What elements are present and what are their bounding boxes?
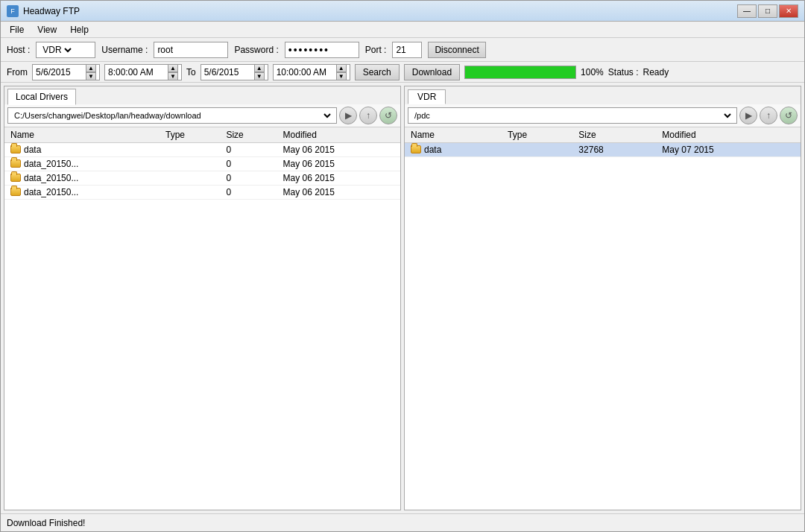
to-time-up[interactable]: ▲ (336, 64, 347, 72)
from-time-down[interactable]: ▼ (168, 72, 178, 80)
to-time-down[interactable]: ▼ (336, 72, 347, 80)
remote-path-bar: /pdc ▶ ↑ ↺ (405, 104, 801, 127)
remote-path-combo[interactable]: /pdc (408, 107, 737, 124)
titlebar-buttons: — □ ✕ (737, 4, 798, 18)
local-path-select[interactable]: C:/Users/changwei/Desktop/lan/headway/do… (11, 108, 333, 123)
local-file-name: data (4, 143, 160, 157)
local-col-type: Type (160, 127, 220, 143)
local-file-modified: May 06 2015 (277, 157, 400, 171)
progress-bar-fill (465, 66, 575, 78)
local-file-type (160, 171, 220, 186)
local-file-row[interactable]: data_20150... 0 May 06 2015 (4, 171, 400, 186)
from-date-field[interactable] (36, 67, 84, 77)
minimize-button[interactable]: — (737, 4, 757, 18)
host-combo[interactable]: VDR (36, 42, 95, 58)
remote-pane: VDR /pdc ▶ ↑ ↺ Name Type (404, 86, 801, 510)
local-file-type (160, 186, 220, 200)
from-date-spinner[interactable]: ▲ ▼ (86, 64, 96, 80)
to-date-up[interactable]: ▲ (254, 64, 265, 72)
remote-nav-up-btn[interactable]: ↑ (760, 107, 777, 124)
from-time-spinner[interactable]: ▲ ▼ (168, 64, 178, 80)
remote-col-modified: Modified (656, 127, 801, 143)
menubar: File View Help (1, 22, 804, 38)
local-path-combo[interactable]: C:/Users/changwei/Desktop/lan/headway/do… (7, 107, 337, 124)
remote-nav-refresh-btn[interactable]: ↺ (780, 107, 798, 124)
app-icon: F (7, 5, 19, 17)
remote-nav-go-btn[interactable]: ▶ (739, 107, 757, 124)
local-file-type (160, 143, 220, 157)
main-area: Local Drivers C:/Users/changwei/Desktop/… (1, 83, 804, 513)
local-file-row[interactable]: data 0 May 06 2015 (4, 143, 400, 157)
host-select[interactable]: VDR (40, 42, 74, 57)
to-time-field[interactable] (277, 67, 335, 77)
local-file-size: 0 (220, 157, 277, 171)
from-time-up[interactable]: ▲ (168, 64, 178, 72)
remote-col-name: Name (405, 127, 502, 143)
remote-file-table: Name Type Size Modified data 32768 May 0… (405, 127, 801, 510)
to-time-input[interactable]: ▲ ▼ (273, 64, 350, 80)
to-label: To (186, 67, 196, 77)
main-window: F Headway FTP — □ ✕ File View Help Host … (0, 0, 805, 532)
username-input[interactable] (154, 42, 228, 58)
local-nav-up-btn[interactable]: ↑ (359, 107, 377, 124)
maximize-button[interactable]: □ (758, 4, 777, 18)
from-date-up[interactable]: ▲ (86, 64, 96, 72)
local-file-type (160, 157, 220, 171)
local-file-modified: May 06 2015 (277, 171, 400, 186)
remote-pane-tab[interactable]: VDR (408, 89, 446, 104)
local-path-bar: C:/Users/changwei/Desktop/lan/headway/do… (4, 104, 400, 127)
remote-file-type (502, 143, 572, 157)
local-file-row[interactable]: data_20150... 0 May 06 2015 (4, 157, 400, 171)
to-date-down[interactable]: ▼ (254, 72, 265, 80)
from-time-field[interactable] (108, 67, 166, 77)
local-col-modified: Modified (277, 127, 400, 143)
local-col-name: Name (4, 127, 160, 143)
port-label: Port : (365, 45, 387, 55)
remote-col-type: Type (502, 127, 572, 143)
download-button[interactable]: Download (404, 64, 460, 80)
connection-toolbar: Host : VDR Username : Password : •••••••… (1, 38, 804, 62)
local-file-row[interactable]: data_20150... 0 May 06 2015 (4, 186, 400, 200)
local-nav-refresh-btn[interactable]: ↺ (379, 107, 397, 124)
local-pane-tabs: Local Drivers (4, 86, 400, 104)
remote-file-size: 32768 (572, 143, 656, 157)
from-date-input[interactable]: ▲ ▼ (32, 64, 100, 80)
from-date-down[interactable]: ▼ (86, 72, 96, 80)
local-col-size: Size (220, 127, 277, 143)
local-file-name: data_20150... (4, 171, 160, 186)
progress-percent: 100% (581, 67, 604, 77)
close-button[interactable]: ✕ (779, 4, 798, 18)
remote-file-name: data (405, 143, 502, 157)
progress-bar-container (464, 66, 576, 79)
local-file-modified: May 06 2015 (277, 143, 400, 157)
to-date-input[interactable]: ▲ ▼ (201, 64, 268, 80)
host-label: Host : (7, 45, 30, 55)
to-date-field[interactable] (204, 67, 253, 77)
remote-path-select[interactable]: /pdc (411, 108, 733, 123)
local-file-table: Name Type Size Modified data 0 May 06 20… (4, 127, 400, 510)
search-button[interactable]: Search (355, 64, 400, 80)
status-label: Status : (608, 67, 639, 77)
menu-file[interactable]: File (4, 23, 30, 37)
titlebar: F Headway FTP — □ ✕ (1, 1, 804, 22)
titlebar-left: F Headway FTP (7, 5, 80, 17)
remote-file-row[interactable]: data 32768 May 07 2015 (405, 143, 801, 157)
local-file-size: 0 (220, 171, 277, 186)
password-field[interactable]: •••••••• (285, 42, 359, 58)
port-input[interactable] (392, 42, 422, 58)
statusbar: Download Finished! (1, 513, 804, 531)
from-time-input[interactable]: ▲ ▼ (104, 64, 182, 80)
to-time-spinner[interactable]: ▲ ▼ (336, 64, 347, 80)
local-file-size: 0 (220, 143, 277, 157)
app-title: Headway FTP (23, 6, 80, 16)
local-file-name: data_20150... (4, 157, 160, 171)
menu-view[interactable]: View (31, 23, 63, 37)
menu-help[interactable]: Help (64, 23, 95, 37)
local-file-name: data_20150... (4, 186, 160, 200)
local-nav-go-btn[interactable]: ▶ (339, 107, 357, 124)
disconnect-button[interactable]: Disconnect (428, 42, 485, 58)
to-date-spinner[interactable]: ▲ ▼ (254, 64, 265, 80)
remote-col-size: Size (572, 127, 656, 143)
local-drivers-tab[interactable]: Local Drivers (7, 89, 76, 105)
password-label: Password : (234, 45, 278, 55)
